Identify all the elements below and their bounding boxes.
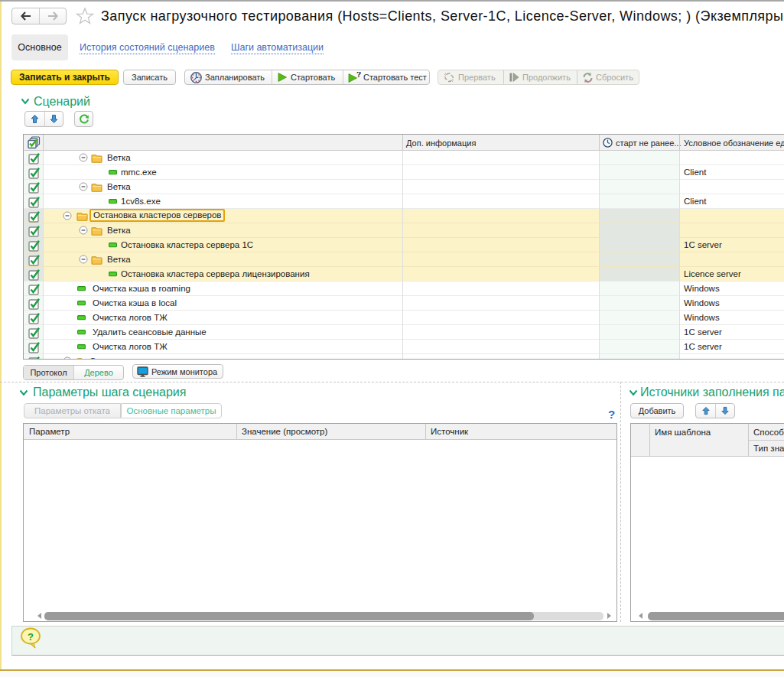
svg-text:?: ? — [356, 72, 361, 79]
svg-text:?: ? — [28, 631, 34, 643]
